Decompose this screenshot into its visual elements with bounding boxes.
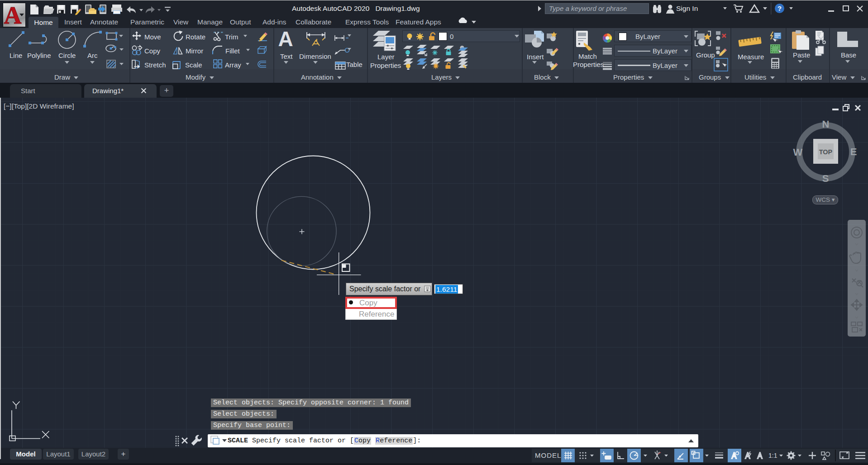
svg-text:A: A	[4, 2, 22, 29]
svg-text:E: E	[850, 146, 857, 157]
svg-text:W: W	[793, 147, 803, 158]
svg-text:1:1: 1:1	[768, 452, 777, 459]
svg-text:N: N	[822, 119, 830, 130]
svg-text:S: S	[822, 173, 829, 184]
svg-text:TOP: TOP	[819, 148, 833, 156]
